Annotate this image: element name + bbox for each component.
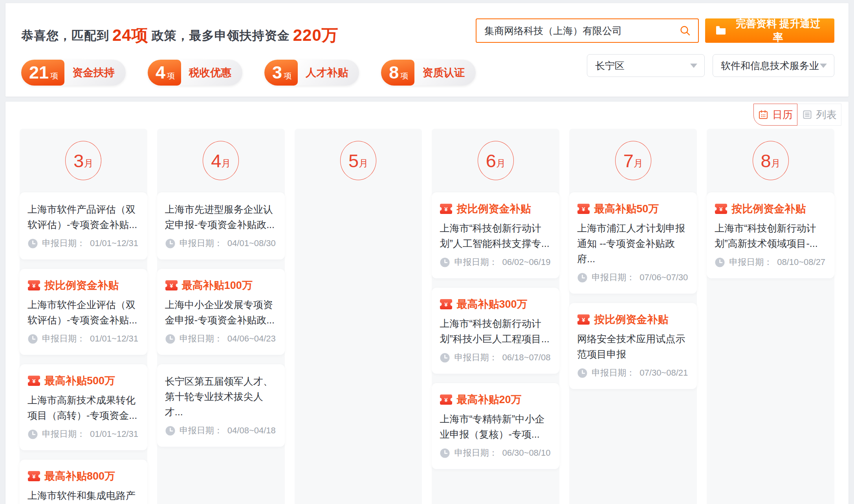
stat-label: 资金扶持: [64, 66, 124, 80]
policy-card[interactable]: ¥按比例资金补贴上海市软件企业评估（双软评估）-专项资金补贴...申报日期：01…: [20, 269, 147, 355]
improve-profile-button[interactable]: 完善资料 提升通过率: [705, 18, 834, 43]
date-range: 06/02~06/19: [502, 257, 550, 267]
month-badge: 4月: [203, 141, 239, 180]
month-badge: 3月: [65, 141, 101, 180]
policy-card[interactable]: ¥最高补贴50万上海市浦江人才计划申报通知 --专项资金补贴政府...申报日期：…: [569, 192, 697, 294]
list-icon: [802, 110, 812, 120]
month-suffix: 月: [771, 157, 781, 170]
svg-text:¥: ¥: [445, 206, 448, 212]
date-range: 04/08~04/18: [227, 425, 276, 436]
month-suffix: 月: [496, 157, 506, 170]
stat-pills: 21 项 资金扶持 4 项 税收优惠 3 项 人才补贴: [21, 60, 476, 86]
month-badge: 5月: [340, 141, 376, 180]
policy-title: 长宁区第五届领军人才、第十轮专业技术拔尖人才...: [165, 374, 277, 420]
policy-card[interactable]: 长宁区第五届领军人才、第十轮专业技术拔尖人才...申报日期：04/08~04/1…: [157, 364, 285, 447]
subsidy-badge-label: 最高补贴50万: [594, 202, 659, 216]
match-summary: 恭喜您，匹配到24项政策，最多申领扶持资金220万: [21, 24, 476, 46]
policy-card[interactable]: ¥最高补贴300万上海市“科技创新行动计划”科技小巨人工程项目...申报日期：0…: [432, 288, 559, 374]
application-date-row: 申报日期：01/01~12/31: [27, 428, 139, 440]
policy-card[interactable]: ¥按比例资金补贴上海市“科技创新行动计划”高新技术领域项目-...申报日期：08…: [707, 192, 834, 278]
clock-icon: [165, 334, 176, 344]
search-icon[interactable]: [679, 25, 691, 37]
district-select[interactable]: 长宁区: [587, 54, 705, 77]
policy-title: 上海市先进型服务企业认定申报-专项资金补贴政...: [165, 202, 277, 232]
month-number: 3: [73, 150, 84, 172]
date-label: 申报日期：: [180, 237, 223, 249]
policy-title: 上海市软件企业评估（双软评估）-专项资金补贴...: [27, 297, 139, 328]
policy-title: 上海市高新技术成果转化项目（高转）-专项资金...: [27, 393, 139, 423]
subsidy-badge-label: 最高补贴20万: [456, 393, 521, 407]
stat-label: 资质认证: [414, 66, 474, 80]
stat-count-badge: 3 项: [264, 60, 298, 86]
yuan-ticket-icon: ¥: [27, 375, 40, 386]
date-label: 申报日期：: [180, 333, 223, 345]
matched-count: 24项: [112, 26, 148, 44]
svg-text:¥: ¥: [719, 206, 723, 212]
stat-pill-qualification[interactable]: 8 项 资质认证: [381, 60, 476, 86]
application-date-row: 申报日期：04/01~08/30: [165, 237, 277, 249]
subsidy-badge-label: 最高补贴300万: [456, 297, 527, 311]
subsidy-badge: ¥最高补贴50万: [577, 202, 689, 216]
policy-card[interactable]: ¥按比例资金补贴网络安全技术应用试点示范项目申报申报日期：07/30~08/21: [569, 303, 697, 389]
policy-title: 上海市软件产品评估（双软评估）-专项资金补贴...: [27, 202, 139, 232]
policy-card[interactable]: ¥最高补贴800万上海市软件和集成电路产业发展专项（软件和信息...: [20, 460, 147, 504]
date-label: 申报日期：: [42, 428, 85, 440]
subsidy-badge: ¥按比例资金补贴: [27, 278, 139, 292]
subsidy-badge: ¥最高补贴800万: [27, 469, 139, 483]
clock-icon: [27, 334, 38, 344]
clock-icon: [27, 429, 38, 440]
month-cards: ¥最高补贴50万上海市浦江人才计划申报通知 --专项资金补贴政府...申报日期：…: [569, 192, 697, 389]
subsidy-badge-label: 最高补贴100万: [182, 278, 253, 292]
stat-pill-funding[interactable]: 21 项 资金扶持: [21, 60, 126, 86]
date-label: 申报日期：: [42, 333, 85, 345]
industry-value: 软件和信息技术服务业: [721, 59, 819, 72]
month-suffix: 月: [84, 157, 93, 170]
date-label: 申报日期：: [180, 425, 223, 436]
policy-card[interactable]: ¥最高补贴20万上海市“专精特新”中小企业申报（复核）-专项...申报日期：06…: [432, 383, 559, 469]
summary-panel: 恭喜您，匹配到24项政策，最多申领扶持资金220万 21 项 资金扶持 4 项 …: [5, 3, 849, 97]
chevron-down-icon: [820, 64, 827, 68]
month-number: 6: [486, 150, 496, 172]
date-label: 申报日期：: [42, 237, 85, 249]
date-range: 01/01~12/31: [90, 334, 138, 344]
policy-card[interactable]: ¥最高补贴500万上海市高新技术成果转化项目（高转）-专项资金...申报日期：0…: [20, 364, 147, 450]
policy-card[interactable]: 上海市先进型服务企业认定申报-专项资金补贴政...申报日期：04/01~08/3…: [157, 192, 285, 259]
svg-text:¥: ¥: [582, 206, 586, 212]
calendar-view-button[interactable]: 日历: [753, 104, 797, 126]
month-number: 7: [623, 150, 634, 172]
stat-pill-talent[interactable]: 3 项 人才补贴: [264, 60, 359, 86]
list-view-button[interactable]: 列表: [797, 104, 841, 126]
application-date-row: 申报日期：06/02~06/19: [440, 256, 552, 268]
yuan-ticket-icon: ¥: [577, 314, 590, 325]
policy-card[interactable]: ¥按比例资金补贴上海市“科技创新行动计划”人工智能科技支撑专...申报日期：06…: [432, 192, 559, 278]
calendar-columns: 3月上海市软件产品评估（双软评估）-专项资金补贴...申报日期：01/01~12…: [20, 102, 834, 504]
stat-count: 21: [29, 60, 49, 86]
policy-card[interactable]: ¥最高补贴100万上海中小企业发展专项资金申报-专项资金补贴政...申报日期：0…: [157, 269, 285, 355]
month-badge: 6月: [478, 141, 514, 180]
date-range: 01/01~12/31: [90, 238, 138, 248]
stat-pill-tax[interactable]: 4 项 税收优惠: [148, 60, 242, 86]
month-suffix: 月: [359, 157, 368, 170]
application-date-row: 申报日期：06/30~08/10: [440, 447, 552, 459]
subsidy-badge: ¥按比例资金补贴: [715, 202, 827, 216]
industry-select[interactable]: 软件和信息技术服务业: [713, 54, 834, 77]
max-amount: 220万: [293, 26, 339, 44]
stat-count-badge: 4 项: [148, 60, 181, 86]
subsidy-badge: ¥按比例资金补贴: [577, 312, 689, 327]
svg-text:¥: ¥: [32, 473, 36, 480]
svg-text:¥: ¥: [582, 316, 586, 323]
month-header: 6月: [432, 129, 559, 192]
month-number: 8: [761, 150, 771, 172]
yuan-ticket-icon: ¥: [577, 203, 590, 214]
policy-card[interactable]: 上海市软件产品评估（双软评估）-专项资金补贴...申报日期：01/01~12/3…: [20, 192, 147, 259]
application-date-row: 申报日期：08/10~08/27: [715, 256, 827, 268]
company-search-input[interactable]: [484, 25, 679, 37]
company-search-box[interactable]: [476, 18, 699, 43]
subsidy-badge-label: 按比例资金补贴: [44, 278, 119, 292]
svg-text:¥: ¥: [32, 282, 36, 289]
policy-title: 上海市浦江人才计划申报通知 --专项资金补贴政府...: [577, 221, 689, 267]
month-column-4: 4月上海市先进型服务企业认定申报-专项资金补贴政...申报日期：04/01~08…: [157, 129, 285, 504]
application-date-row: 申报日期：04/08~04/18: [165, 425, 277, 436]
list-view-label: 列表: [816, 108, 837, 122]
month-badge: 8月: [753, 141, 789, 180]
